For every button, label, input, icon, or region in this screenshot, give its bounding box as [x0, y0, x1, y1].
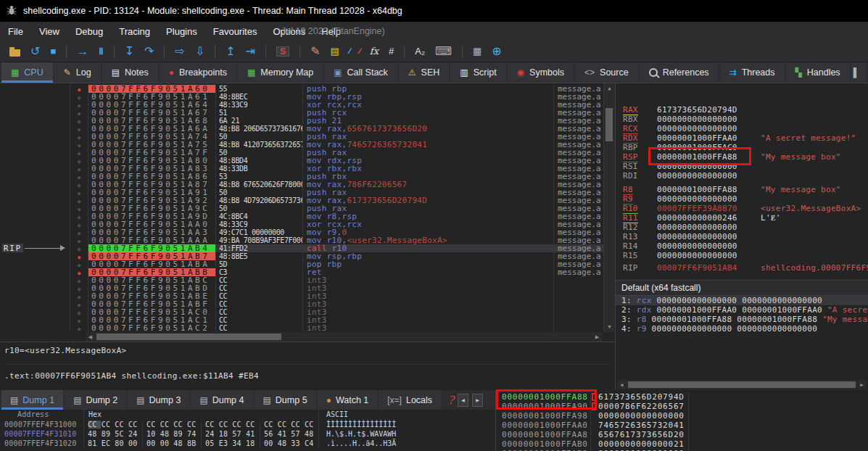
scroll-right-icon[interactable]: ▶ [857, 382, 867, 388]
pause-icon[interactable]: Ⅱ [94, 43, 108, 60]
tab-breakpoints[interactable]: ●Breakpoints [160, 62, 236, 83]
disasm-row[interactable]: ● 00007FF6F9051A7F 50 push rax message.a [0, 149, 615, 157]
register-row[interactable]: RDX 00000001000FFAA0 "A secret message!" [616, 133, 868, 143]
tab-handles[interactable]: ▚Handles [786, 62, 850, 83]
breakpoint-dot[interactable]: ● [70, 236, 88, 244]
step-over-icon[interactable]: ↷ [139, 43, 159, 60]
scroll-down-icon[interactable]: ▼ [604, 324, 615, 330]
tab-partial[interactable]: ▌ [851, 62, 866, 83]
register-value[interactable]: 0000000000000000 [657, 251, 761, 260]
register-value[interactable]: 00007FF6F9051AB4 [657, 263, 761, 273]
menu-tracing[interactable]: Tracing [111, 22, 158, 41]
register-row[interactable]: RSP 00000001000FFA88 "My message box" [616, 152, 868, 162]
separator[interactable] [61, 43, 72, 60]
tab-symbols[interactable]: ◉Symbols [508, 62, 574, 83]
breakpoint-dot[interactable]: ● [70, 165, 88, 173]
disasm-row[interactable]: ● 00007FF6F9051A61 48:8BEC mov rbp,rsp m… [0, 93, 615, 101]
separator[interactable] [399, 43, 410, 60]
stack-row[interactable]: 00000001000FFA90 0000786F62206567 [496, 402, 868, 411]
fastcall-arg-row[interactable]: 3: r8 00000001000FFA88 00000001000FFA88 … [616, 315, 868, 324]
register-row[interactable]: RBX 0000000000000000 [616, 115, 868, 124]
trace-icon[interactable]: S [271, 43, 294, 60]
tab-dump-4[interactable]: ▤Dump 4 [191, 390, 252, 410]
disasm-row[interactable]: ● 00007FF6F9051A64 48:33C9 xor rcx,rcx m… [0, 101, 615, 109]
disasm-row[interactable]: ● 00007FF6F9051AAA 49:BA 708B9AF3FE7F000… [0, 236, 615, 244]
fastcall-arg-row[interactable]: 2: rdx 00000001000FFAA0 00000001000FFAA0… [616, 305, 868, 315]
disasm-row[interactable]: ● 00007FF6F9051A67 51 push rcx message.a [0, 109, 615, 117]
scroll-thumb[interactable] [628, 381, 856, 388]
disasm-vertical-scrollbar[interactable]: ▲ ▼ [603, 83, 615, 332]
separator[interactable] [294, 43, 305, 60]
breakpoint-dot[interactable]: ● [70, 85, 88, 93]
run-to-user-code-icon[interactable]: ⇥ [241, 43, 260, 60]
register-row[interactable]: R11 0000000000000246 L'Ɇ' [616, 213, 868, 223]
breakpoint-dot[interactable]: ● [70, 125, 88, 133]
register-row[interactable]: R8 00000001000FFA88 "My message box" [616, 185, 868, 194]
breakpoint-dot[interactable]: ● [70, 308, 88, 316]
disasm-row[interactable]: ● 00007FF6F9051AB7 48:8BE5 mov rsp,rbp m… [0, 252, 615, 260]
calculator-icon[interactable]: ⌨ [430, 43, 457, 60]
breakpoint-dot[interactable]: ● [70, 189, 88, 196]
tab-log[interactable]: ✎Log [54, 62, 101, 83]
tab-notes[interactable]: ▤Notes [102, 62, 158, 83]
tab-watch-1[interactable]: ●Watch 1 [318, 390, 378, 410]
hash-icon[interactable]: # [384, 43, 399, 60]
breakpoint-dot[interactable]: ● [70, 244, 88, 252]
tab-threads[interactable]: ⇉Threads [720, 62, 785, 83]
scroll-thumb[interactable] [605, 108, 613, 141]
disasm-row[interactable]: ● 00007FF6F9051A9D 4C:8BC4 mov r8,rsp me… [0, 212, 615, 220]
fastcall-arg-row[interactable]: 1: rcx 0000000000000000 0000000000000000 [616, 296, 868, 305]
internet-icon[interactable]: ⊕ [487, 43, 506, 60]
register-value[interactable]: 00000001000FFA88 [657, 185, 761, 194]
disasm-row[interactable]: ● 00007FF6F9051A80 48:8BD4 mov rdx,rsp m… [0, 157, 615, 165]
register-value[interactable]: 0000000000000000 [657, 115, 761, 124]
tab-references[interactable]: References [640, 62, 719, 83]
breakpoint-dot[interactable]: ● [70, 324, 88, 332]
stack-row[interactable]: 00000001000FFAA8 6567617373656D20 [496, 430, 868, 439]
tab-scroll-right[interactable]: ▶ [472, 394, 483, 407]
breakpoint-dot[interactable]: ● [70, 316, 88, 324]
restart-icon[interactable]: ↺ [25, 43, 45, 60]
register-row[interactable]: RBP 00000001000FFAC0 [616, 143, 868, 152]
tab-dump-5[interactable]: ▤Dump 5 [255, 390, 316, 410]
disasm-row[interactable]: ● 00007FF6F9051AA0 48:33C9 xor rcx,rcx m… [0, 220, 615, 228]
register-value[interactable]: 0000000000000000 [657, 232, 761, 241]
breakpoint-dot[interactable]: ● [70, 220, 88, 228]
breakpoint-dot[interactable]: ● [70, 149, 88, 157]
disasm-row[interactable]: ● 00007FF6F9051A86 53 push rbx message.a [0, 173, 615, 181]
column-header-ascii[interactable]: ASCII [319, 410, 348, 420]
scroll-right-icon[interactable]: ▶ [592, 334, 602, 340]
run-icon[interactable]: → [72, 43, 94, 60]
breakpoint-dot[interactable]: ● [70, 117, 88, 125]
tab-dump-3[interactable]: ▤Dump 3 [128, 390, 189, 410]
calling-convention-selector[interactable]: Default (x64 fastcall) [616, 280, 868, 296]
patch-icon[interactable]: ✎ [305, 43, 325, 60]
breakpoint-dot[interactable]: ● [70, 141, 88, 149]
breakpoint-dot[interactable]: ● [70, 133, 88, 141]
register-row[interactable]: R13 0000000000000000 [616, 232, 868, 241]
breakpoint-dot[interactable]: ● [70, 204, 88, 212]
register-row[interactable]: R14 0000000000000000 [616, 241, 868, 251]
disasm-row[interactable]: ● 00007FF6F9051A74 50 push rax message.a [0, 133, 615, 141]
separator[interactable] [109, 43, 120, 60]
register-row[interactable]: R12 0000000000000000 [616, 223, 868, 232]
register-value[interactable]: 617373656D20794D [657, 105, 761, 115]
comment-icon[interactable]: ▤ [326, 43, 344, 60]
register-row[interactable]: R15 0000000000000000 [616, 251, 868, 260]
menu-plugins[interactable]: Plugins [158, 22, 205, 41]
breakpoint-dot[interactable]: ● [70, 93, 88, 101]
breakpoint-dot[interactable]: ● [70, 173, 88, 181]
tab-script[interactable]: ▥Script [450, 62, 505, 83]
registers-horizontal-scrollbar[interactable]: ◀ ▶ [617, 380, 867, 389]
close-icon[interactable]: ■ [45, 43, 61, 60]
tab-locals[interactable]: [x=]Locals [379, 390, 441, 410]
register-value[interactable]: 00000001000FFA88 [657, 152, 761, 162]
separator[interactable] [260, 43, 271, 60]
stack-row[interactable]: 00000001000FFA88 617373656D20794D [496, 392, 868, 402]
disasm-row[interactable]: ● 00007FF6F9051A60 55 push rbp message.a [0, 85, 615, 93]
disasm-row[interactable]: ● 00007FF6F9051AC2 CC int3 [0, 324, 615, 332]
register-value[interactable]: 00000001000FFAA0 [657, 133, 761, 143]
disasm-row[interactable]: ● 00007FF6F9051A87 48:B8 676520626F78000… [0, 181, 615, 189]
disasm-row[interactable]: ● 00007FF6F9051AA3 49:C7C1 00000000 mov … [0, 228, 615, 236]
breakpoint-dot[interactable]: ● [70, 228, 88, 236]
